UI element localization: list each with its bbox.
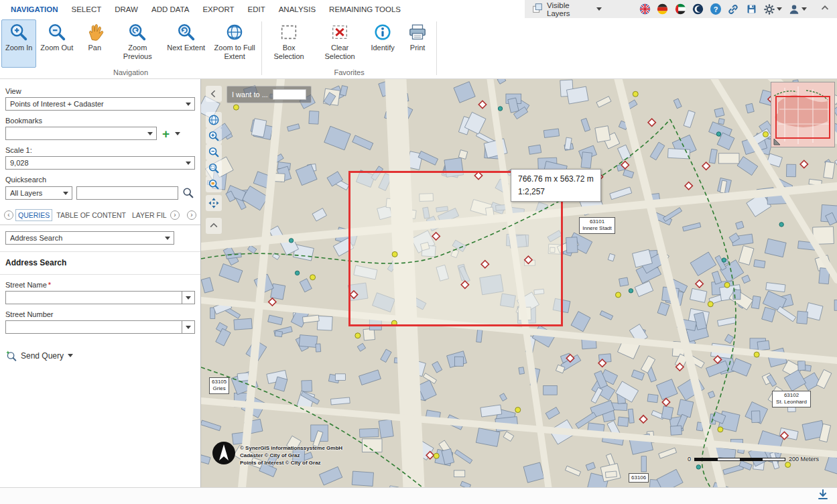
map-tool-full-extent[interactable]: [206, 112, 222, 128]
view-label: View: [5, 87, 195, 95]
divider: [0, 274, 200, 275]
chevron-up-icon: [208, 220, 219, 231]
language-german-flag-icon[interactable]: [657, 3, 669, 15]
district-code: 63105: [212, 379, 227, 385]
scale-select[interactable]: 9,028: [5, 156, 195, 170]
tool-box-selection[interactable]: Box Selection: [263, 19, 314, 68]
i-want-to-label: I want to ...: [232, 90, 268, 99]
street-number-dropdown-button[interactable]: [182, 320, 195, 334]
bottom-bar: [0, 487, 837, 504]
menu-tab-navigation[interactable]: NAVIGATION: [4, 5, 65, 13]
printer-icon: [407, 22, 428, 42]
tool-zoom-in[interactable]: Zoom In: [1, 19, 36, 68]
tool-print[interactable]: Print: [400, 19, 435, 68]
selection-scale: 1:2,257: [518, 186, 594, 198]
overview-extent-rectangle[interactable]: [775, 96, 830, 139]
menu-tab-export[interactable]: EXPORT: [196, 5, 241, 13]
tool-label: Zoom Previous: [116, 44, 159, 61]
save-icon[interactable]: [745, 3, 757, 15]
layers-icon: [531, 2, 543, 17]
map-tool-zoom-selection[interactable]: [206, 176, 222, 192]
chevron-down-icon: [63, 192, 68, 195]
menu-tab-edit[interactable]: EDIT: [241, 5, 272, 13]
language-english-flag-icon[interactable]: [639, 3, 651, 15]
user-icon: [788, 3, 800, 15]
search-icon: [182, 187, 194, 199]
quicksearch-search-button[interactable]: [182, 186, 195, 200]
map-copyright: © SynerGIS informationssysteme GmbH Cada…: [240, 445, 342, 466]
quicksearch-input[interactable]: [76, 186, 178, 200]
tool-next-extent[interactable]: Next Extent: [163, 19, 209, 68]
menu-tab-add-data[interactable]: ADD DATA: [145, 5, 196, 13]
visible-layers-dropdown[interactable]: Visible Layers: [531, 1, 602, 17]
map-view[interactable]: I want to ... 766.76 m x 563.72 m 1:2,25…: [201, 79, 837, 487]
query-type-value: Address Search: [10, 234, 165, 242]
street-name-dropdown-button[interactable]: [182, 291, 195, 304]
bookmark-options-button[interactable]: [175, 132, 180, 135]
menu-tab-select[interactable]: SELECT: [65, 5, 109, 13]
tool-zoom-full-extent[interactable]: Zoom to Full Extent: [209, 19, 260, 68]
map-toolbar-collapse-button[interactable]: [206, 218, 222, 234]
share-link-icon[interactable]: [727, 3, 739, 15]
tool-zoom-out[interactable]: Zoom Out: [36, 19, 77, 68]
zoom-box-icon: [208, 162, 220, 174]
box-selection-icon: [279, 22, 299, 42]
map-tool-zoom-in[interactable]: [206, 128, 222, 144]
bookmarks-select[interactable]: [5, 127, 157, 140]
tab-scroll-left-button[interactable]: ‹: [4, 210, 13, 220]
street-number-input[interactable]: [5, 320, 182, 334]
download-icon[interactable]: [817, 489, 829, 503]
add-bookmark-icon[interactable]: +: [161, 127, 171, 140]
chevron-left-icon: [208, 88, 219, 99]
quicksearch-layer-value: All Layers: [10, 189, 63, 197]
map-tool-pan[interactable]: [206, 195, 222, 211]
tool-clear-selection[interactable]: Clear Selection: [314, 19, 365, 68]
collapse-sidebar-button[interactable]: [206, 86, 222, 102]
help-icon[interactable]: ?: [710, 3, 722, 15]
tool-label: Zoom to Full Extent: [213, 44, 256, 61]
street-name-input[interactable]: [5, 291, 182, 304]
clear-selection-icon: [330, 22, 350, 42]
tool-identify[interactable]: Identify: [365, 19, 400, 68]
tool-label: Clear Selection: [318, 44, 361, 61]
scale-label: Scale 1:: [5, 146, 195, 154]
overview-map[interactable]: [771, 82, 835, 147]
i-want-to-widget[interactable]: I want to ...: [227, 86, 312, 103]
globe-icon: [224, 22, 245, 42]
tab-layer-filter[interactable]: LAYER FIL: [130, 210, 168, 220]
district-label: 63106: [629, 473, 649, 483]
settings-gear-button[interactable]: [763, 3, 782, 15]
menu-tab-draw[interactable]: DRAW: [108, 5, 145, 13]
night-mode-moon-icon[interactable]: [692, 3, 704, 15]
tab-queries[interactable]: QUERIES: [15, 209, 52, 221]
tool-label: Pan: [88, 44, 101, 52]
tool-zoom-previous[interactable]: Zoom Previous: [112, 19, 163, 68]
quicksearch-layer-select[interactable]: All Layers: [5, 186, 72, 200]
query-type-select[interactable]: Address Search: [5, 231, 174, 245]
copyright-line: Cadaster © City of Graz: [240, 452, 342, 460]
tab-scroll-right-button[interactable]: ›: [170, 210, 180, 220]
menu-tab-analysis[interactable]: ANALYSIS: [272, 5, 322, 13]
identify-info-icon: [373, 22, 393, 42]
tab-overflow-button[interactable]: ›: [187, 210, 196, 220]
district-code: 63102: [775, 392, 808, 399]
view-select[interactable]: Points of Interest + Cadaster: [5, 97, 195, 111]
chevron-down-icon: [68, 354, 73, 357]
view-select-value: Points of Interest + Cadaster: [10, 100, 186, 108]
north-arrow-icon: [212, 441, 236, 465]
street-name-label-text: Street Name: [5, 281, 47, 289]
scalebar-bar: [694, 458, 785, 461]
user-account-button[interactable]: [788, 3, 807, 15]
map-tool-zoom-out[interactable]: [206, 144, 222, 160]
i-want-to-input[interactable]: [273, 89, 306, 100]
collapse-ribbon-button[interactable]: [820, 3, 830, 16]
send-query-button[interactable]: Send Query: [5, 350, 195, 361]
bookmarks-label: Bookmarks: [5, 117, 195, 125]
chevron-down-icon: [175, 132, 180, 135]
tool-pan[interactable]: Pan: [77, 19, 112, 68]
menu-tab-remaining-tools[interactable]: REMAINING TOOLS: [322, 5, 407, 13]
overview-resize-handle[interactable]: [773, 137, 781, 145]
map-tool-zoom-box[interactable]: [206, 160, 222, 176]
language-arabic-flag-icon[interactable]: [674, 3, 686, 15]
tab-table-of-content[interactable]: TABLE OF CONTENT: [54, 210, 128, 220]
